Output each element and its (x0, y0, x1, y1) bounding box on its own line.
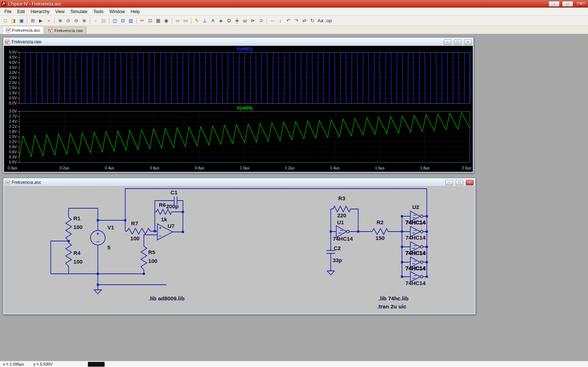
waveform-window-titlebar[interactable]: Frekvencia.raw – □ × (4, 38, 473, 46)
schematic-close-button[interactable]: × (466, 180, 474, 185)
schematic-label[interactable]: U1 (337, 219, 344, 225)
schematic-label[interactable]: .lib ad8009.lib (149, 295, 184, 301)
save-button[interactable]: ▣ (17, 17, 26, 24)
zoom-in-button[interactable]: ⊕ (56, 17, 64, 24)
cascade-windows-button[interactable]: ▥ (127, 17, 135, 24)
close-button[interactable]: × (576, 1, 587, 7)
waveform-minimize-button[interactable]: – (444, 39, 451, 45)
schematic-label[interactable]: .lib 74hc.lib (379, 295, 409, 301)
menu-file[interactable]: File (1, 8, 14, 15)
zoom-full-extents-button[interactable]: ⊗ (80, 17, 88, 24)
component-R7[interactable] (127, 228, 151, 234)
control-panel-button[interactable]: ⊞ (29, 17, 37, 24)
schematic-label[interactable]: V1 (107, 224, 114, 230)
plot-settings-button[interactable]: ▤ (100, 17, 108, 24)
diode-button[interactable]: ⊳ (249, 17, 257, 24)
copy-button[interactable]: ⊡ (146, 17, 154, 24)
redo-button[interactable]: ↷ (292, 17, 300, 24)
menu-help[interactable]: Help (128, 8, 143, 15)
tile-horizontally-button[interactable]: ⊟ (119, 17, 127, 24)
schematic-label[interactable]: U7 (168, 223, 175, 229)
schematic-label[interactable]: R1 (73, 215, 80, 221)
schematic-label[interactable]: R3 (338, 195, 345, 201)
ground-button[interactable]: ⊥ (201, 17, 209, 24)
schematic-label[interactable]: 100 (73, 224, 82, 230)
ground-symbol-left[interactable] (94, 290, 101, 294)
schematic-label[interactable]: 74HC14 (405, 219, 426, 225)
trace-name-label[interactable]: V(n001) (237, 47, 253, 52)
schematic-minimize-button[interactable]: – (445, 180, 453, 185)
zoom-back-button[interactable]: ⊙ (64, 17, 72, 24)
component-V1[interactable] (90, 230, 105, 245)
schematic-label[interactable]: 33p (332, 257, 342, 263)
schematic-label[interactable]: R6 (159, 202, 166, 208)
autorange-y-axis-button[interactable]: ≈ (91, 17, 100, 24)
undo-button[interactable]: ↶ (284, 17, 292, 24)
label-net-button[interactable]: A (209, 17, 217, 24)
schematic-label[interactable]: U2 (412, 204, 419, 210)
trace-name-label[interactable]: V(n005) (237, 106, 253, 111)
wire-button[interactable]: ✎ (193, 17, 201, 24)
drag-button[interactable]: ↕ (276, 17, 284, 24)
menu-edit[interactable]: Edit (14, 8, 28, 15)
open-file-button[interactable]: ◨ (9, 17, 17, 24)
tab-frekvencia-asc[interactable]: Frekvencia.asc (2, 26, 44, 34)
component-R6[interactable] (156, 209, 172, 214)
new-schematic-button[interactable]: □ (1, 17, 9, 24)
maximize-button[interactable]: □ (562, 1, 573, 7)
resistor-button[interactable]: Ω (225, 17, 233, 24)
component-R3[interactable] (333, 206, 350, 212)
menu-window[interactable]: Window (106, 8, 128, 15)
schematic-label[interactable]: 74HC14 (405, 265, 426, 271)
schematic-label[interactable]: 74HC14 (405, 250, 426, 256)
print-preview-button[interactable]: ▱ (174, 17, 182, 24)
component-button[interactable]: ⊃ (257, 17, 265, 24)
minimize-button[interactable]: – (549, 1, 560, 7)
mirror-button[interactable]: ⇄ (300, 17, 308, 24)
schematic-label[interactable]: 100 (73, 259, 82, 265)
rotate-button[interactable]: ↻ (308, 17, 316, 24)
schematic-label[interactable]: 5 (107, 244, 110, 250)
waveform-maximize-button[interactable]: □ (454, 39, 462, 45)
cut-button[interactable]: ✂ (138, 17, 146, 24)
schematic-label[interactable]: C1 (171, 189, 178, 196)
schematic-label[interactable]: 74HC14 (333, 236, 353, 242)
schematic-canvas[interactable]: R1100V15R4100R7100R61kC1200pU7R5100.lib … (4, 186, 475, 313)
port-button[interactable]: ◈ (217, 17, 225, 24)
waveform-plot-area[interactable]: 5.0V4.5V4.0V3.5V3.0V2.5V2.0V1.5V1.0V0.5V… (4, 46, 473, 172)
schematic-label[interactable]: 150 (375, 235, 385, 241)
menu-tools[interactable]: Tools (90, 8, 106, 15)
spice-directive-button[interactable]: .op (324, 17, 332, 24)
plot-pane-vn001[interactable]: 5.0V4.5V4.0V3.5V3.0V2.5V2.0V1.5V1.0V0.5V… (5, 47, 472, 106)
print-button[interactable]: ▭ (182, 17, 190, 24)
find-button[interactable]: ◉ (162, 17, 170, 24)
schematic-label[interactable]: 200p (166, 203, 179, 209)
tile-vertically-button[interactable]: ◫ (111, 17, 119, 24)
component-R5[interactable] (141, 246, 147, 270)
schematic-label[interactable]: 74HC14 (405, 234, 426, 241)
zoom-out-button[interactable]: ⊖ (72, 17, 80, 24)
schematic-label[interactable]: 100 (131, 235, 140, 241)
schematic-label[interactable]: R7 (131, 220, 138, 226)
schematic-maximize-button[interactable]: □ (456, 180, 463, 185)
menu-hierarchy[interactable]: Hierarchy (28, 8, 52, 15)
ground-symbol-right[interactable] (327, 271, 334, 275)
paste-button[interactable]: ▦ (154, 17, 162, 24)
waveform-close-button[interactable]: × (464, 39, 472, 45)
schematic-label[interactable]: R5 (148, 249, 155, 255)
text-button[interactable]: Aa (316, 17, 324, 24)
schematic-label[interactable]: 100 (148, 258, 157, 264)
tab-frekvencia-raw[interactable]: Frekvencia.raw (44, 27, 86, 34)
component-R2[interactable] (372, 229, 388, 234)
schematic-label[interactable]: R4 (73, 250, 81, 256)
halt-simulation-button[interactable]: ● (45, 17, 53, 24)
schematic-window-titlebar[interactable]: Frekvencia.asc – □ × (4, 179, 475, 186)
schematic-label[interactable]: 74HC14 (405, 280, 426, 286)
capacitor-button[interactable]: ╪ (233, 17, 241, 24)
schematic-label[interactable]: 1k (161, 216, 167, 222)
inductor-button[interactable]: ɯ (241, 17, 249, 24)
component-R4[interactable] (66, 243, 71, 267)
plot-pane-vn005[interactable]: 3.0V2.7V2.4V2.1V1.8V1.5V1.2V0.9V0.6V0.3V… (5, 106, 472, 165)
schematic-label[interactable]: 220 (337, 212, 346, 218)
menu-simulate[interactable]: Simulate (67, 8, 90, 15)
